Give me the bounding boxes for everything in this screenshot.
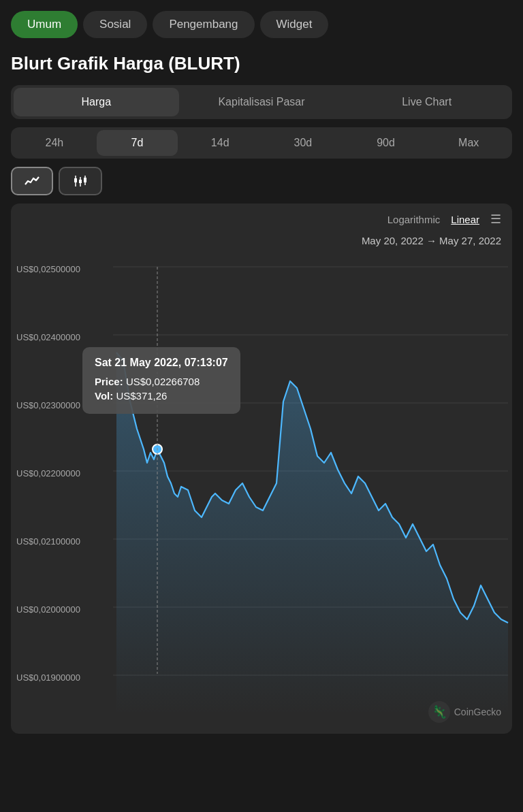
tab-live-chart[interactable]: Live Chart: [344, 88, 509, 116]
chart-tooltip: Sat 21 May 2022, 07:13:07 Price: US$0,02…: [82, 347, 240, 414]
chart-svg-wrapper: US$0,02500000 US$0,02400000 US$0,0230000…: [11, 252, 512, 734]
tab-sosial[interactable]: Sosial: [83, 11, 147, 38]
date-range: May 20, 2022 → May 27, 2022: [11, 232, 512, 252]
period-90d[interactable]: 90d: [345, 130, 427, 156]
svg-text:US$0,02300000: US$0,02300000: [16, 400, 80, 410]
chart-style-row: [11, 167, 512, 195]
svg-text:US$0,02500000: US$0,02500000: [16, 264, 80, 274]
chart-header: Logarithmic Linear ☰: [11, 204, 512, 232]
tooltip-vol-value: US$371,26: [116, 390, 167, 402]
svg-rect-1: [74, 178, 77, 182]
chart-container: Logarithmic Linear ☰ May 20, 2022 → May …: [11, 204, 512, 734]
period-tabs: 24h 7d 14d 30d 90d Max: [11, 127, 512, 159]
coingecko-logo-icon: 🦎: [428, 701, 450, 723]
page-title: Blurt Grafik Harga (BLURT): [0, 46, 523, 85]
tooltip-price-label: Price:: [95, 376, 123, 387]
svg-text:US$0,02400000: US$0,02400000: [16, 332, 80, 342]
tab-widget[interactable]: Widget: [260, 11, 329, 38]
chart-style-line[interactable]: [11, 167, 53, 195]
coingecko-text: CoinGecko: [454, 707, 501, 717]
candlestick-chart-icon: [72, 175, 89, 187]
tooltip-price-row: Price: US$0,02266708: [95, 376, 228, 387]
tab-kapitalisasi[interactable]: Kapitalisasi Pasar: [179, 88, 345, 116]
tooltip-price-value: US$0,02266708: [126, 376, 200, 387]
price-chart-svg: US$0,02500000 US$0,02400000 US$0,0230000…: [11, 252, 512, 728]
period-30d[interactable]: 30d: [262, 130, 344, 156]
svg-text:US$0,02200000: US$0,02200000: [16, 468, 80, 478]
line-chart-icon: [25, 176, 39, 186]
tab-bar: Umum Sosial Pengembang Widget: [0, 0, 523, 46]
period-max[interactable]: Max: [428, 130, 509, 156]
scale-logarithmic[interactable]: Logarithmic: [387, 214, 441, 225]
svg-rect-3: [79, 180, 82, 183]
chart-menu-icon[interactable]: ☰: [490, 212, 501, 227]
chart-type-tabs: Harga Kapitalisasi Pasar Live Chart: [11, 85, 512, 119]
coingecko-watermark: 🦎 CoinGecko: [428, 701, 501, 723]
tab-harga[interactable]: Harga: [14, 88, 179, 116]
period-14d[interactable]: 14d: [179, 130, 261, 156]
tab-pengembang[interactable]: Pengembang: [153, 11, 254, 38]
svg-text:US$0,02100000: US$0,02100000: [16, 536, 80, 547]
chart-style-candlestick[interactable]: [59, 167, 102, 195]
tab-umum[interactable]: Umum: [11, 11, 78, 38]
period-24h[interactable]: 24h: [14, 130, 95, 156]
period-7d[interactable]: 7d: [97, 130, 178, 156]
svg-rect-5: [84, 178, 86, 182]
scale-linear[interactable]: Linear: [451, 214, 479, 225]
svg-text:US$0,01900000: US$0,01900000: [16, 672, 80, 683]
tooltip-vol-row: Vol: US$371,26: [95, 390, 228, 402]
svg-text:US$0,02000000: US$0,02000000: [16, 604, 80, 615]
tooltip-date: Sat 21 May 2022, 07:13:07: [95, 357, 228, 369]
tooltip-vol-label: Vol:: [95, 390, 113, 402]
